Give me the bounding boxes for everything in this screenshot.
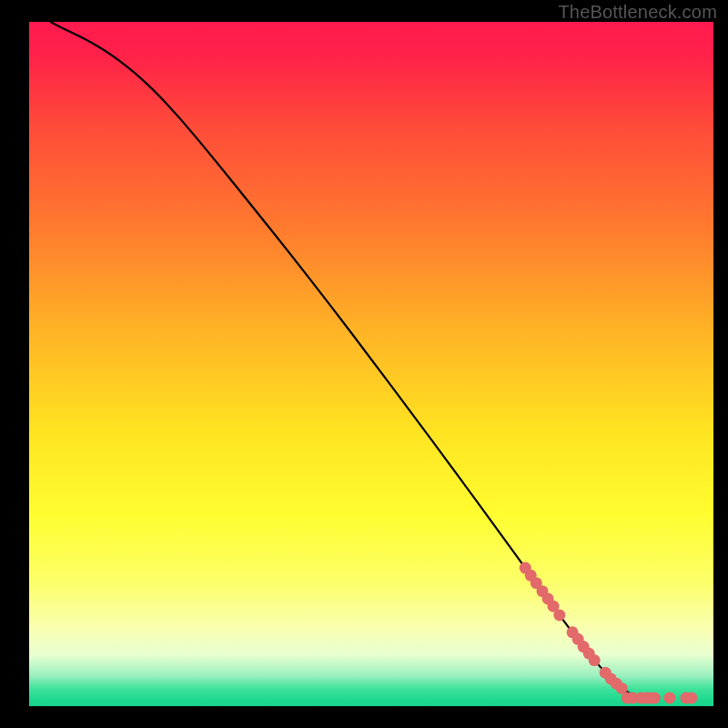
- plot-area: [29, 22, 713, 706]
- chart-frame: TheBottleneck.com: [0, 0, 728, 728]
- data-point: [663, 692, 675, 703]
- data-point: [589, 654, 601, 666]
- watermark-label: TheBottleneck.com: [558, 2, 717, 23]
- chart-svg: [29, 22, 713, 706]
- data-point: [649, 692, 661, 703]
- data-point: [685, 692, 697, 703]
- gradient-bg: [29, 22, 713, 706]
- data-point: [553, 609, 565, 621]
